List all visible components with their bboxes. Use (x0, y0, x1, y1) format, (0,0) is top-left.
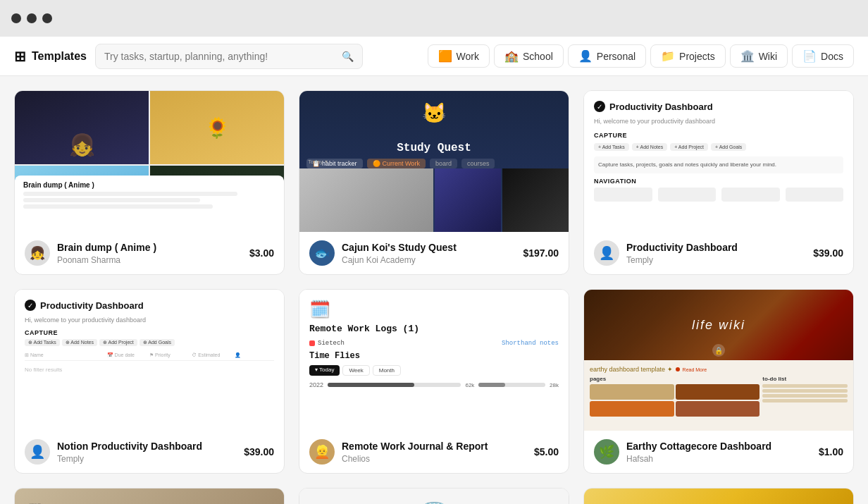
remote-stat-1: 62k (465, 382, 474, 388)
card-study-quest-author: Cajun Koi Academy (342, 255, 516, 265)
dash2-col-time: ⏱ Estimated (192, 352, 231, 358)
card-partial-trash[interactable]: 🗑️ (299, 488, 569, 504)
card-brain-dump-anime-info: 👧 Brain dump ( Anime ) Poonam Sharma $3.… (15, 232, 284, 274)
card-productivity-dash-1-author: Temply (626, 255, 806, 265)
wiki-tab-emoji: 🏛️ (740, 49, 755, 63)
card-study-quest-price: $197.00 (523, 247, 559, 259)
card-partial-gold[interactable] (583, 488, 854, 504)
dash2-subtitle: Hi, welcome to your productivity dashboa… (25, 316, 274, 324)
earthy-page-thumb-4 (676, 401, 760, 417)
card-productivity-dash-1-price: $39.00 (813, 247, 843, 259)
card-brain-dump-anime-title: Brain dump ( Anime ) (57, 241, 242, 254)
card-study-quest[interactable]: 🐱 Study Quest 📋 habit tracker 🟠 Current … (299, 90, 569, 275)
card-study-quest-title: Cajun Koi's Study Quest (342, 241, 516, 254)
card-earthy-cottagecore-author: Hafsah (626, 454, 812, 464)
tab-personal[interactable]: 👤 Personal (568, 44, 646, 68)
tab-work[interactable]: 🟧 Work (428, 44, 490, 68)
dash2-capture-label: Capture (25, 329, 274, 336)
dash2-check-icon: ✓ (25, 300, 36, 311)
dash2-col-assigned: 👤 (235, 352, 274, 358)
dash2-col-due: 📅 Due date (107, 352, 147, 358)
card-remote-work-author: Chelios (342, 454, 527, 464)
earthy-read-more-text: Read More (683, 367, 707, 372)
earthy-read-more-dot (676, 367, 680, 371)
search-bar: 🔍 (95, 44, 363, 69)
card-earthy-cottagecore-text: Earthy Cottagecore Dashboard Hafsah (626, 440, 812, 464)
tab-wiki[interactable]: 🏛️ Wiki (730, 44, 788, 68)
nav-bar: ⊞ Templates 🔍 🟧 Work 🏫 School 👤 Personal… (0, 37, 868, 76)
templates-logo-button[interactable]: ⊞ Templates (14, 48, 87, 65)
card-study-quest-preview: 🐱 Study Quest 📋 habit tracker 🟠 Current … (299, 91, 569, 232)
study-img-2 (435, 168, 501, 232)
tab-projects-label: Projects (679, 51, 715, 62)
earthy-lock-icon: 🔒 (712, 344, 725, 357)
search-input[interactable] (104, 51, 336, 62)
dash2-tag-tasks: ⊕ Add Tasks (25, 339, 60, 346)
card-study-quest-text: Cajun Koi's Study Quest Cajun Koi Academ… (342, 241, 516, 265)
remote-shorthand-label: Shorthand notes (502, 340, 559, 347)
tab-projects[interactable]: 📁 Projects (650, 44, 726, 68)
remote-week-tab: Week (342, 365, 369, 376)
card-brain-dump-anime-avatar: 👧 (25, 240, 50, 266)
projects-tab-emoji: 📁 (661, 49, 675, 63)
remote-work-title: Remote Work Logs (1) (309, 324, 559, 334)
card-remote-work-price: $5.00 (534, 446, 559, 457)
dash2-no-results: No filter results (25, 364, 274, 376)
card-brain-dump-anime[interactable]: 👧 🌻 ☁️ 🌿 Brain dump ( Anime ) (14, 90, 285, 275)
remote-time-flies: Time Flies (309, 351, 559, 361)
dash1-subtitle: Hi, welcome to your productivity dashboa… (594, 118, 843, 125)
dash2-col-name: ⊞ Name (25, 352, 104, 358)
templates-label: Templates (32, 50, 87, 63)
card-remote-work-title: Remote Work Journal & Report (342, 440, 527, 453)
earthy-todo-4 (762, 399, 848, 402)
dash2-tag-project: ⊕ Add Project (99, 339, 137, 346)
earthy-todo-3 (762, 394, 848, 398)
dash2-col-priority: ⚑ Priority (149, 352, 189, 358)
earthy-dashboard-label: earthy dashboard template ✦ Read More (590, 366, 848, 373)
gold-preview-area (584, 488, 853, 504)
remote-company-name: Sietech (318, 340, 345, 347)
card-notion-productivity[interactable]: ✓ Productivity Dashboard Hi, welcome to … (14, 289, 285, 474)
card-brain-dump-anime-preview: 👧 🌻 ☁️ 🌿 Brain dump ( Anime ) (15, 91, 284, 232)
remote-year: 2022 (309, 381, 323, 388)
study-quest-cat-emoji: 🐱 (422, 102, 447, 125)
card-remote-work[interactable]: 🗓️ Remote Work Logs (1) Sietech Shorthan… (299, 289, 569, 474)
study-img-3 (502, 168, 569, 232)
card-remote-work-text: Remote Work Journal & Report Chelios (342, 440, 527, 464)
search-icon: 🔍 (342, 51, 354, 62)
tab-docs[interactable]: 📄 Docs (792, 44, 854, 68)
card-brain-dump-anime-author: Poonam Sharma (57, 255, 242, 265)
earthy-pages-label: pages (590, 376, 760, 382)
card-remote-work-info: 👱 Remote Work Journal & Report Chelios $… (299, 431, 569, 473)
card-earthy-cottagecore-avatar: 🌿 (594, 439, 619, 465)
partial-cards-row: 📓 ✏️ 🗑️ (0, 488, 868, 504)
work-tab-emoji: 🟧 (438, 49, 452, 63)
card-partial-notes[interactable]: 📓 ✏️ (14, 488, 285, 504)
card-notion-productivity-title: Notion Productivity Dashboard (57, 440, 237, 453)
card-earthy-cottagecore-price: $1.00 (819, 446, 843, 457)
remote-month-tab: Month (373, 365, 401, 376)
dash1-check-icon: ✓ (594, 101, 605, 112)
earthy-todo-1 (762, 384, 848, 388)
remote-work-calendar-icon: 🗓️ (309, 300, 559, 319)
earthy-page-thumb-3 (590, 401, 674, 417)
card-notion-productivity-price: $39.00 (244, 446, 274, 457)
card-productivity-dash-1-preview: ✓ Productivity Dashboard Hi, welcome to … (584, 91, 853, 232)
title-bar (0, 0, 868, 37)
dash1-capture-label: Capture (594, 132, 627, 139)
card-productivity-dash-1-text: Productivity Dashboard Temply (626, 241, 806, 265)
card-productivity-dash-1[interactable]: ✓ Productivity Dashboard Hi, welcome to … (583, 90, 854, 275)
dot-green (42, 13, 52, 23)
tab-school[interactable]: 🏫 School (494, 44, 564, 68)
card-earthy-cottagecore-info: 🌿 Earthy Cottagecore Dashboard Hafsah $1… (584, 431, 853, 473)
tab-wiki-label: Wiki (759, 51, 777, 62)
card-remote-work-preview: 🗓️ Remote Work Logs (1) Sietech Shorthan… (299, 290, 569, 431)
earthy-todo-2 (762, 389, 848, 393)
tab-work-label: Work (457, 51, 479, 62)
dot-red (11, 13, 21, 23)
card-earthy-cottagecore[interactable]: life wiki 🔒 earthy dashboard template ✦ … (583, 289, 854, 474)
card-notion-productivity-info: 👤 Notion Productivity Dashboard Temply $… (15, 431, 284, 473)
dot-yellow (27, 13, 37, 23)
remote-bar-2 (478, 383, 545, 387)
card-productivity-dash-1-title: Productivity Dashboard (626, 241, 806, 254)
